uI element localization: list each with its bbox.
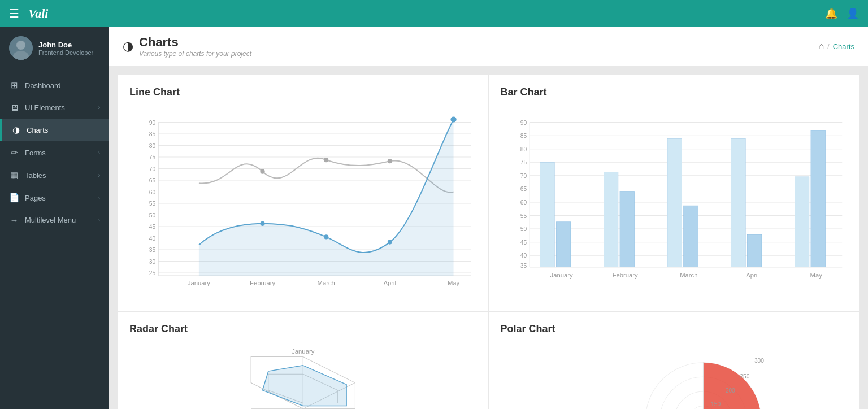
svg-text:May: May [448, 280, 460, 286]
bar-chart-svg: 90 85 80 75 70 65 60 55 50 45 40 35 Janu… [501, 107, 848, 299]
charts-page-icon: ◑ [123, 39, 133, 54]
sidebar: John Doe Frontend Developer ⊞ Dashboard … [0, 27, 109, 409]
page-header: ◑ Charts Various type of charts for your… [109, 27, 868, 66]
svg-text:45: 45 [520, 240, 527, 246]
sidebar-item-label: Dashboard [25, 81, 61, 90]
svg-text:70: 70 [520, 173, 527, 179]
svg-text:January: January [292, 348, 314, 355]
sidebar-item-charts[interactable]: ◑ Charts [0, 119, 109, 141]
user-profile: John Doe Frontend Developer [0, 27, 109, 69]
dot-series1 [324, 234, 328, 239]
bar-chart-title: Bar Chart [501, 86, 848, 98]
svg-text:45: 45 [149, 224, 156, 230]
polar-chart-svg: 300 250 200 150 [501, 344, 848, 409]
main-content: ◑ Charts Various type of charts for your… [109, 27, 868, 409]
radar-data [263, 366, 347, 406]
sidebar-item-label: Multilevel Menu [25, 216, 76, 224]
svg-text:50: 50 [149, 212, 156, 219]
svg-text:80: 80 [149, 143, 156, 149]
svg-text:February: February [250, 280, 275, 286]
sidebar-item-label: Charts [27, 126, 48, 134]
svg-text:65: 65 [520, 186, 527, 192]
user-role: Frontend Developer [38, 49, 93, 56]
line-series2 [199, 158, 454, 193]
dot-series1 [260, 221, 264, 226]
svg-text:40: 40 [520, 253, 527, 259]
radar-chart-svg: January [129, 344, 477, 409]
nav-menu: ⊞ Dashboard 🖥 UI Elements › ◑ Charts [0, 69, 109, 236]
svg-text:75: 75 [520, 159, 527, 166]
chevron-right-icon: › [98, 105, 100, 111]
svg-text:150: 150 [711, 401, 721, 407]
bar-chart-area: 90 85 80 75 70 65 60 55 50 45 40 35 Janu… [501, 107, 848, 299]
sidebar-item-multilevel[interactable]: → Multilevel Menu › [0, 209, 109, 231]
bar [556, 222, 571, 267]
bar [810, 130, 825, 267]
svg-text:60: 60 [149, 189, 156, 195]
chevron-right-icon: › [98, 172, 100, 179]
dot-series2 [324, 158, 328, 162]
bell-icon[interactable]: 🔔 [825, 7, 837, 20]
charts-icon: ◑ [11, 125, 21, 135]
navbar-left: ☰ Vali [9, 6, 48, 21]
svg-text:65: 65 [149, 177, 156, 184]
svg-text:90: 90 [520, 120, 527, 126]
line-chart-title: Line Chart [129, 86, 477, 98]
polar-chart-card: Polar Chart 300 250 200 150 [489, 312, 860, 409]
svg-point-1 [16, 41, 25, 50]
svg-text:70: 70 [149, 166, 156, 172]
dashboard-icon: ⊞ [9, 80, 19, 90]
user-icon[interactable]: 👤 [847, 7, 859, 20]
bar [747, 234, 762, 267]
radar-chart-card: Radar Chart [118, 312, 488, 409]
svg-text:50: 50 [520, 226, 527, 232]
chevron-right-icon: › [98, 195, 100, 201]
bar [540, 162, 554, 267]
sidebar-item-label: Forms [25, 149, 46, 157]
charts-grid: Line Chart [109, 66, 868, 409]
svg-text:200: 200 [725, 388, 735, 394]
hamburger-icon[interactable]: ☰ [9, 7, 19, 20]
breadcrumb-current: Charts [833, 42, 854, 51]
bar-chart-card: Bar Chart [489, 75, 860, 311]
sidebar-item-label: UI Elements [25, 103, 65, 112]
svg-text:90: 90 [149, 120, 156, 126]
home-icon[interactable]: ⌂ [818, 41, 824, 51]
svg-text:30: 30 [149, 259, 156, 265]
dot-series1 [388, 240, 392, 245]
sidebar-item-tables[interactable]: ▦ Tables › [0, 164, 109, 186]
svg-text:60: 60 [520, 199, 527, 206]
sidebar-item-label: Tables [25, 171, 46, 180]
polar-chart-area: 300 250 200 150 [501, 344, 848, 409]
forms-icon: ✏ [9, 147, 19, 158]
svg-text:January: January [550, 272, 572, 279]
sidebar-item-ui-elements[interactable]: 🖥 UI Elements › [0, 97, 109, 119]
chevron-right-icon: › [98, 150, 100, 156]
line-chart-card: Line Chart [118, 75, 488, 311]
svg-text:January: January [188, 280, 210, 286]
line-chart-svg: 90 85 80 75 70 65 60 55 50 45 40 35 30 2… [129, 107, 477, 299]
page-header-left: ◑ Charts Various type of charts for your… [123, 35, 251, 58]
breadcrumb: ⌂ / Charts [818, 41, 854, 51]
brand-logo: Vali [28, 6, 48, 21]
user-name: John Doe [38, 41, 93, 49]
sidebar-item-dashboard[interactable]: ⊞ Dashboard [0, 74, 109, 97]
radar-chart-area: January [129, 344, 477, 409]
bar [667, 138, 682, 267]
chevron-right-icon: › [98, 217, 100, 223]
main-container: John Doe Frontend Developer ⊞ Dashboard … [0, 27, 868, 409]
dot-series1-end [450, 116, 456, 122]
sidebar-item-forms[interactable]: ✏ Forms › [0, 141, 109, 164]
page-subtitle: Various type of charts for your project [139, 50, 251, 58]
svg-text:April: April [384, 280, 397, 286]
svg-text:35: 35 [149, 247, 156, 253]
svg-text:55: 55 [149, 201, 156, 207]
bar [731, 138, 745, 267]
navbar-right: 🔔 👤 [825, 7, 859, 20]
sidebar-item-label: Pages [25, 194, 46, 202]
multilevel-icon: → [9, 215, 19, 225]
sidebar-item-pages[interactable]: 📄 Pages › [0, 186, 109, 209]
svg-text:300: 300 [754, 358, 763, 364]
breadcrumb-separator: / [827, 42, 830, 51]
avatar [9, 36, 33, 60]
